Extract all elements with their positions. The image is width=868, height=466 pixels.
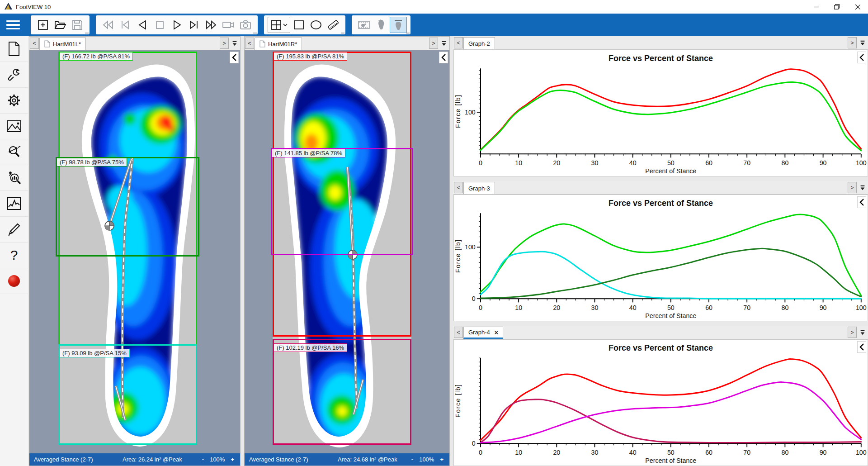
svg-text:10: 10 xyxy=(515,304,522,311)
collapse-panel-button[interactable] xyxy=(439,52,448,63)
sidebar-item-record[interactable] xyxy=(0,268,28,294)
open-file-button[interactable] xyxy=(52,17,69,33)
new-layout-button[interactable] xyxy=(34,17,52,33)
tab-menu-button[interactable] xyxy=(857,36,868,49)
zoom-in-button[interactable]: + xyxy=(439,456,445,463)
svg-text:80: 80 xyxy=(781,449,788,456)
collapse-panel-button[interactable] xyxy=(857,196,866,208)
tab-hartm01r[interactable]: HartM01R* xyxy=(255,38,302,50)
region-label-midfoot: (F) 98.78 lb @P/SA 75% xyxy=(57,158,127,166)
save-button[interactable] xyxy=(69,17,86,33)
tab-prev-button[interactable]: < xyxy=(30,38,39,49)
chart-title: Force vs Percent of Stance xyxy=(454,342,868,354)
force-vs-stance-chart: 01020304050607080901000100Percent of Sta… xyxy=(454,209,868,320)
svg-text:40: 40 xyxy=(629,304,637,311)
pressure-movie-view-button[interactable] xyxy=(355,17,373,33)
close-tab-icon[interactable]: × xyxy=(495,329,498,336)
region-box-heel[interactable] xyxy=(273,339,411,445)
svg-text:30: 30 xyxy=(591,159,599,166)
chart-icon xyxy=(7,197,21,210)
tab-prev-button[interactable]: < xyxy=(245,38,254,49)
rewind-icon[interactable] xyxy=(99,17,117,33)
sidebar-item-help[interactable]: ? xyxy=(0,243,28,268)
tab-next-button[interactable]: > xyxy=(429,38,438,49)
zoom-out-button[interactable]: - xyxy=(410,456,415,463)
sidebar-item-image[interactable] xyxy=(0,114,28,139)
svg-text:20: 20 xyxy=(553,304,560,311)
toolbar-group-playback xyxy=(96,15,258,34)
gear-icon xyxy=(7,93,21,108)
stance-label: Averaged Stance (2-7) xyxy=(34,456,120,463)
svg-text:50: 50 xyxy=(667,304,675,311)
minimize-button[interactable] xyxy=(806,0,826,14)
close-button[interactable] xyxy=(847,0,868,14)
graph-2-tabbar: < Graph-2 > xyxy=(453,36,868,50)
svg-text:30: 30 xyxy=(591,449,599,456)
svg-text:90: 90 xyxy=(820,159,827,166)
svg-text:40: 40 xyxy=(629,159,637,166)
svg-text:70: 70 xyxy=(743,449,750,456)
sidebar: ? xyxy=(0,36,28,466)
sidebar-item-settings[interactable] xyxy=(0,88,28,114)
tab-prev-button[interactable]: < xyxy=(454,327,463,338)
tab-menu-button[interactable] xyxy=(439,37,449,50)
tab-menu-button[interactable] xyxy=(857,181,868,194)
area-label: Area: 26.24 in² @Peak xyxy=(123,456,198,463)
tab-menu-button[interactable] xyxy=(857,326,868,339)
region-box-heel[interactable] xyxy=(58,344,197,445)
tab-next-button[interactable]: > xyxy=(848,327,857,338)
zoom-in-button[interactable]: + xyxy=(229,456,236,463)
tab-prev-button[interactable]: < xyxy=(454,37,463,48)
svg-text:60: 60 xyxy=(705,449,712,456)
tab-hartm01l[interactable]: HartM01L* xyxy=(39,38,86,50)
record-video-icon[interactable] xyxy=(220,17,237,33)
play-icon[interactable] xyxy=(168,17,185,33)
skip-to-end-icon[interactable] xyxy=(185,17,203,33)
collapse-panel-button[interactable] xyxy=(857,52,866,63)
force-vs-stance-chart: 0102030405060708090100100Percent of Stan… xyxy=(454,65,868,175)
sidebar-item-annotate[interactable] xyxy=(0,217,28,243)
zoom-out-button[interactable]: - xyxy=(201,456,205,463)
tab-next-button[interactable]: > xyxy=(220,38,229,49)
tab-menu-button[interactable] xyxy=(229,37,240,50)
snapshot-icon[interactable] xyxy=(237,17,254,33)
region-box-midfoot[interactable] xyxy=(271,148,413,255)
tab-prev-button[interactable]: < xyxy=(454,182,463,193)
tab-graph-2[interactable]: Graph-2 xyxy=(463,37,495,49)
svg-text:Force [lb]: Force [lb] xyxy=(454,384,462,418)
left-foot-statusbar: Averaged Stance (2-7) Area: 26.24 in² @P… xyxy=(29,453,240,466)
tab-next-button[interactable]: > xyxy=(848,37,857,48)
step-back-icon[interactable] xyxy=(134,17,151,33)
sidebar-item-gait-analysis[interactable] xyxy=(0,165,28,191)
sidebar-item-graph[interactable] xyxy=(0,191,28,217)
tab-label: Graph-3 xyxy=(468,185,490,192)
region-box-midfoot[interactable] xyxy=(56,157,199,257)
svg-text:30: 30 xyxy=(591,304,599,311)
fast-forward-icon[interactable] xyxy=(203,17,220,33)
ellipse-tool-button[interactable] xyxy=(307,17,325,33)
svg-text:100: 100 xyxy=(856,159,867,166)
stop-icon[interactable] xyxy=(151,17,168,33)
svg-text:70: 70 xyxy=(743,159,750,166)
collapse-panel-button[interactable] xyxy=(857,341,866,353)
collapse-panel-button[interactable] xyxy=(230,52,239,63)
graph-2-plot-area: Force vs Percent of Stance 0102030405060… xyxy=(453,50,868,176)
ruler-tool-button[interactable] xyxy=(325,17,342,33)
sidebar-item-tools[interactable] xyxy=(0,62,28,88)
skip-to-start-icon[interactable] xyxy=(117,17,134,33)
pressure-contour-view-button[interactable] xyxy=(390,17,407,33)
svg-text:0: 0 xyxy=(472,440,476,447)
sidebar-item-document[interactable] xyxy=(0,36,28,62)
sidebar-item-inspect-measure[interactable] xyxy=(0,139,28,165)
rectangle-tool-button[interactable] xyxy=(290,17,307,33)
tab-next-button[interactable]: > xyxy=(848,182,857,193)
grid-layout-button[interactable] xyxy=(268,17,290,33)
window-title: FootVIEW 10 xyxy=(16,4,51,10)
restore-button[interactable] xyxy=(826,0,847,14)
menu-icon[interactable] xyxy=(5,17,24,33)
svg-text:100: 100 xyxy=(465,109,476,116)
collapse-left-icon xyxy=(859,53,864,62)
tab-graph-4[interactable]: Graph-4 × xyxy=(463,327,503,339)
pressure-peak-view-button[interactable] xyxy=(373,17,390,33)
tab-graph-3[interactable]: Graph-3 xyxy=(463,182,495,194)
